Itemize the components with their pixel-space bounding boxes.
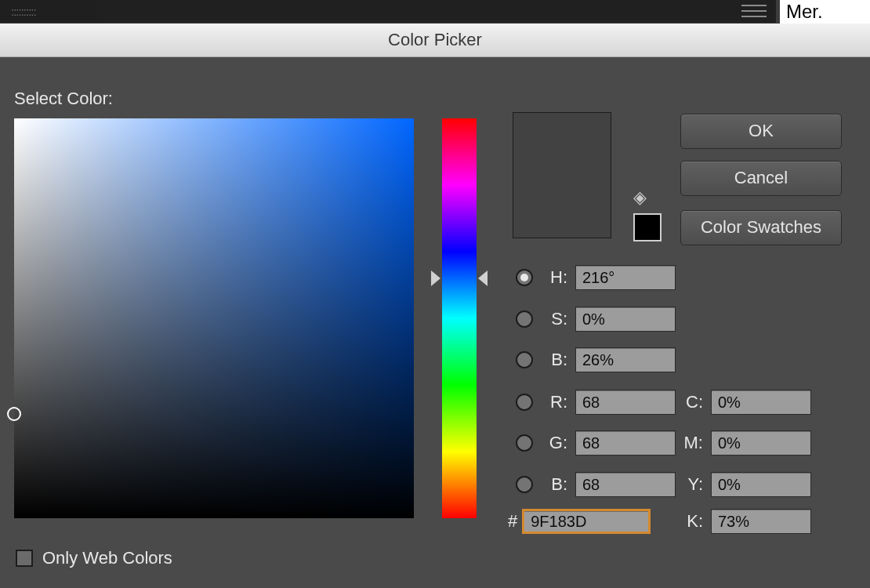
host-strip: [97, 0, 776, 23]
cancel-button[interactable]: Cancel: [680, 161, 842, 196]
label-k: K:: [680, 511, 703, 532]
input-hex[interactable]: [522, 509, 651, 534]
radio-r[interactable]: [516, 394, 533, 411]
radio-h[interactable]: [516, 269, 533, 286]
input-y[interactable]: [711, 472, 811, 497]
label-y: Y:: [680, 474, 703, 495]
host-side-text: Mer.: [780, 0, 870, 24]
saturation-brightness-field[interactable]: [14, 118, 414, 518]
gamut-warning-cube-icon[interactable]: ◈: [633, 187, 647, 208]
color-preview: [513, 112, 611, 238]
color-swatches-button[interactable]: Color Swatches: [680, 210, 842, 245]
host-active-tab: ::::::::::: [0, 0, 97, 23]
only-web-colors-label: Only Web Colors: [42, 548, 172, 568]
hue-indicator-right-icon: [478, 270, 488, 286]
input-s[interactable]: [575, 307, 676, 332]
label-r: R:: [541, 392, 567, 412]
label-g: G:: [541, 433, 567, 453]
radio-brightness[interactable]: [516, 351, 533, 368]
sb-cursor-icon: [7, 407, 21, 421]
radio-b[interactable]: [516, 476, 533, 493]
input-brightness[interactable]: [575, 347, 676, 372]
hue-indicator-left-icon: [431, 270, 440, 286]
radio-s[interactable]: [516, 310, 533, 328]
hue-slider[interactable]: [442, 118, 477, 518]
input-h[interactable]: [575, 265, 676, 290]
label-h: H:: [541, 267, 567, 288]
hamburger-icon: [741, 5, 767, 17]
select-color-label: Select Color:: [14, 89, 113, 109]
tab-grip-icon: ::::::::::: [11, 5, 36, 18]
color-picker-dialog: Color Picker Select Color: ◈ OK Cancel C…: [0, 24, 870, 588]
input-m[interactable]: [711, 430, 811, 456]
input-r[interactable]: [575, 390, 676, 415]
ok-button[interactable]: OK: [680, 114, 842, 149]
input-c[interactable]: [711, 390, 811, 415]
previous-color-swatch[interactable]: [633, 213, 662, 241]
hex-hash-label: #: [508, 511, 517, 532]
dialog-title: Color Picker: [0, 24, 870, 57]
label-c: C:: [680, 392, 703, 412]
input-b[interactable]: [575, 472, 676, 497]
label-s: S:: [541, 309, 567, 329]
label-b: B:: [541, 474, 567, 495]
host-toolbar: :::::::::: Mer.: [0, 0, 870, 24]
input-k[interactable]: [711, 509, 811, 534]
only-web-colors-checkbox[interactable]: [16, 550, 33, 567]
label-m: M:: [680, 433, 703, 453]
input-g[interactable]: [575, 430, 676, 456]
label-brightness: B:: [541, 350, 567, 370]
radio-g[interactable]: [516, 434, 533, 452]
